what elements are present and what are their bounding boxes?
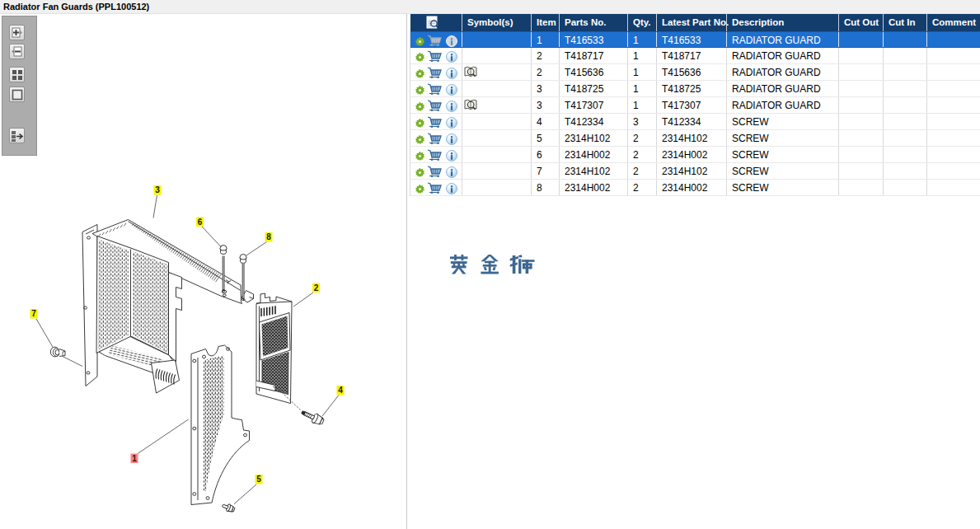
svg-text:2: 2 [314,283,319,293]
svg-text:5: 5 [256,475,261,484]
svg-text:3: 3 [155,185,160,194]
svg-text:6: 6 [198,218,203,227]
svg-text:7: 7 [31,309,36,318]
svg-text:1: 1 [132,454,137,463]
svg-text:4: 4 [338,386,343,395]
svg-text:8: 8 [266,232,271,241]
